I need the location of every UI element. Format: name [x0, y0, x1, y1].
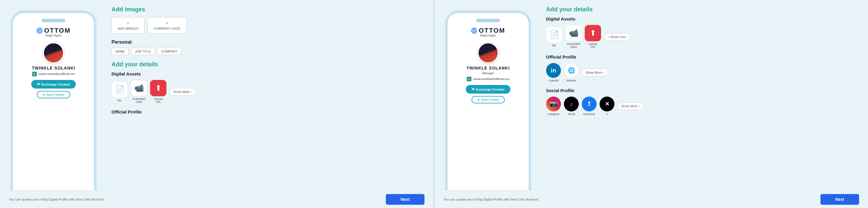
- exchange-contact-button[interactable]: ✉ Exchange Contact: [31, 80, 76, 89]
- bio-label-2: Bio: [552, 44, 556, 47]
- chevron-right-icon: ›: [191, 90, 192, 94]
- add-images-section: Add images + ADD IMAGES + COMPANY LOGO: [112, 6, 426, 34]
- phone-mockup-1: 🌀 OTTOM Begin Again TWINKLE SOLANKI ✉ so…: [12, 12, 95, 190]
- bio-label: Bio: [118, 99, 122, 102]
- email-text-2: solanki.twinkle@rediffmail.com: [473, 77, 509, 80]
- tiktok-label: TikTok: [567, 113, 575, 115]
- show-less-label: Show Less: [610, 35, 626, 39]
- digital-assets-row-2: 📄 Bio 📹 EmbeddedVideo ⬆ UploadFile ‹ Sho…: [546, 25, 861, 48]
- logo-icon-2: 🌀: [471, 27, 477, 34]
- add-images-button[interactable]: + ADD IMAGES: [112, 17, 145, 34]
- plus-icon: +: [127, 21, 129, 26]
- profile-facebook: f Facebook: [582, 97, 597, 115]
- linkedin-label: LinkedIn: [549, 79, 559, 82]
- asset-bio: 📄 Bio: [112, 81, 128, 102]
- video-label-2: EmbeddedVideo: [567, 42, 580, 48]
- save-icon: ⊕: [43, 93, 45, 96]
- exchange-icon: ✉: [37, 82, 40, 86]
- facebook-icon[interactable]: f: [582, 97, 597, 111]
- tag-company: COMPANY: [157, 48, 181, 55]
- content-panel-1: Add images + ADD IMAGES + COMPANY LOGO P…: [104, 0, 433, 190]
- content-panel-2: Add your details Digital Assets 📄 Bio 📹 …: [539, 0, 868, 190]
- video-icon-2[interactable]: 📹: [565, 25, 582, 41]
- show-more-button[interactable]: Show More ›: [169, 88, 196, 96]
- logo-subtitle: Begin Again: [45, 34, 61, 37]
- upload-label: UploadFile: [154, 98, 163, 103]
- asset-upload: ⬆ UploadFile: [150, 80, 166, 103]
- add-details-title-2: Add your details: [546, 6, 861, 13]
- footer-text-2: You can update your mTap Digital Profile…: [443, 198, 539, 201]
- x-icon[interactable]: ✕: [599, 97, 614, 111]
- linkedin-icon[interactable]: in: [546, 63, 561, 78]
- video-label: EmbeddedVideo: [132, 98, 146, 103]
- show-more-social-button[interactable]: Show More ›: [617, 102, 644, 110]
- contact-role: Manager: [482, 72, 494, 75]
- exchange-contact-button-2[interactable]: ✉ Exchange Contact: [466, 85, 510, 94]
- tag-name: NAME: [112, 48, 129, 55]
- exchange-icon-2: ✉: [472, 88, 474, 91]
- logo-text: OTTOM: [44, 27, 70, 34]
- image-buttons-row: + ADD IMAGES + COMPANY LOGO: [112, 17, 426, 34]
- asset-video-2: 📹 EmbeddedVideo: [565, 25, 582, 48]
- contact-name-2: TWINKLE SOLANKI: [466, 66, 510, 70]
- profile-linkedin: in LinkedIn: [546, 63, 561, 82]
- digital-assets-row: 📄 Bio 📹 EmbeddedVideo ⬆ UploadFile Show …: [112, 80, 426, 103]
- social-profiles-row: 📷 Instagram ♪ TikTok f Facebook ✕ X Show…: [546, 97, 861, 115]
- show-more-official-button[interactable]: Show More ›: [582, 69, 608, 76]
- show-more-official-label: Show More: [586, 71, 602, 74]
- chevron-right-icon-3: ›: [639, 104, 640, 108]
- email-text: solanki.twinkle@rediffmail.com: [38, 72, 75, 75]
- instagram-label: Instagram: [548, 113, 559, 115]
- email-row: ✉ solanki.twinkle@rediffmail.com: [32, 72, 75, 76]
- phone-notch: [42, 19, 65, 22]
- plus-icon-2: +: [165, 21, 168, 26]
- phone-logo-2: 🌀 OTTOM Begin Again: [471, 27, 505, 37]
- digital-assets-title-2: Digital Assets: [546, 16, 861, 22]
- save-icon-2: ⊕: [477, 98, 480, 101]
- chevron-right-icon-2: ›: [603, 71, 604, 74]
- profile-instagram: 📷 Instagram: [546, 97, 561, 115]
- upload-icon-2[interactable]: ⬆: [585, 25, 601, 41]
- logo-text-2: OTTOM: [478, 27, 505, 34]
- email-row-2: ✉ solanki.twinkle@rediffmail.com: [467, 77, 509, 81]
- next-button-1[interactable]: Next: [386, 194, 425, 205]
- bio-icon-2[interactable]: 📄: [546, 27, 562, 43]
- avatar: [43, 42, 64, 63]
- chevron-left-icon: ‹: [608, 35, 609, 39]
- asset-video: 📹 EmbeddedVideo: [131, 80, 147, 103]
- phone-mockup-2: 🌀 OTTOM Begin Again TWINKLE SOLANKI Mana…: [446, 12, 530, 190]
- facebook-label: Facebook: [583, 113, 595, 115]
- save-contact-button-2[interactable]: ⊕ Save Contact: [471, 96, 505, 103]
- profile-tiktok: ♪ TikTok: [564, 97, 579, 115]
- phone-logo: 🌀 OTTOM Begin Again: [36, 27, 70, 37]
- next-button-2[interactable]: Next: [820, 194, 859, 205]
- official-profile-title: Official Profile: [112, 109, 426, 114]
- personal-section: Personal NAME JOB TITLE COMPANY: [112, 39, 426, 55]
- official-profile-title-2: Official Profile: [546, 55, 861, 60]
- x-label: X: [606, 113, 608, 115]
- upload-icon[interactable]: ⬆: [150, 80, 166, 96]
- exchange-label-2: Exchange Contact: [476, 88, 504, 91]
- bio-icon[interactable]: 📄: [112, 81, 128, 98]
- email-icon-2: ✉: [467, 77, 471, 81]
- logo-subtitle-2: Begin Again: [480, 34, 496, 37]
- add-images-title: Add images: [112, 6, 426, 13]
- asset-bio-2: 📄 Bio: [546, 27, 562, 47]
- website-label: Website: [566, 79, 576, 82]
- tiktok-icon[interactable]: ♪: [564, 97, 579, 111]
- logo-icon: 🌀: [36, 27, 43, 34]
- save-contact-button[interactable]: ⊕ Save Contact: [37, 91, 70, 98]
- website-icon[interactable]: 🌐: [564, 63, 579, 78]
- company-logo-label: COMPANY LOGO: [154, 27, 180, 30]
- add-details-title: Add your details: [112, 61, 426, 68]
- add-details-section: Add your details Digital Assets 📄 Bio 📹 …: [112, 61, 426, 114]
- show-more-label: Show More: [173, 90, 190, 94]
- video-icon[interactable]: 📹: [131, 80, 147, 96]
- social-profile-title: Social Profile: [546, 88, 861, 93]
- show-less-button[interactable]: ‹ Show Less: [604, 33, 630, 41]
- asset-upload-2: ⬆ UploadFile: [585, 25, 601, 48]
- official-profiles-row: in LinkedIn 🌐 Website Show More ›: [546, 63, 861, 82]
- company-logo-button[interactable]: + COMPANY LOGO: [148, 17, 186, 34]
- instagram-icon[interactable]: 📷: [546, 97, 561, 111]
- footer-text-1: You can update your mTap Digital Profile…: [9, 198, 104, 201]
